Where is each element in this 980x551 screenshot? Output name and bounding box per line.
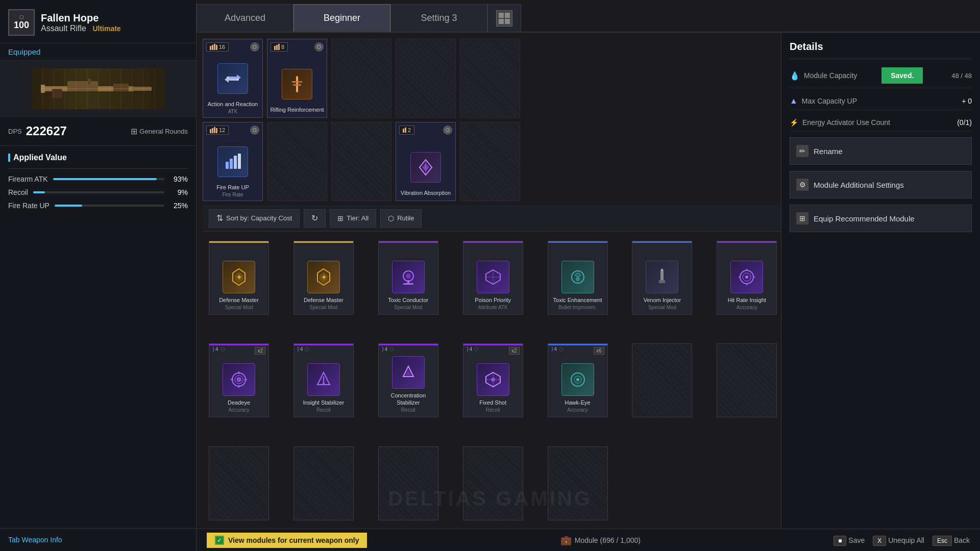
slot-vibration[interactable]: 2 ⬡ Vibration Absorption [396,122,456,201]
mod-toxic-enhancement[interactable]: Toxic Enhancement Bullet Improvem. [548,241,608,315]
max-capacity-icon: ▲ [790,96,798,106]
link-icon: ⬡ [314,42,324,52]
mod-deadeye[interactable]: ⟩4 ⬡ x2 [209,343,269,417]
material-icon: ⬡ [388,214,394,222]
module-icon-bg [282,69,312,99]
capacity-badge: 12 [206,126,229,135]
mod-name: Poison Priority [473,296,513,304]
dps-row: DPS 222627 ⊞ General Rounds [0,117,196,146]
svg-point-29 [406,273,411,279]
tier-filter[interactable]: ⊞ Tier: All [330,209,376,228]
mod-toxic-conductor[interactable]: Toxic Conductor Special Mod [378,241,438,315]
mod-icon [477,261,509,293]
link-icon-small: ⬡ [559,346,564,352]
tier-badge: ⟩4 ⬡ [551,346,564,353]
svg-rect-3 [52,89,62,98]
mod-name: Toxic Conductor [386,296,430,304]
module-icon-bg [217,146,248,177]
weapon-info-tab[interactable]: Tab Weapon Info [0,528,196,551]
link-icon-small: ⬡ [389,346,394,352]
module-count-icon: 💼 [560,535,572,546]
details-title: Details [790,41,972,59]
weapon-image-area [0,61,196,117]
svg-rect-13 [292,81,302,83]
capacity-badge: 2 [399,126,414,135]
applied-value-section: Applied Value Firearm ATK 93% Recoil 9% … [0,146,196,528]
tabs-bar: Advanced Beginner Setting 3 [197,0,980,33]
mod-type: Special Mod [225,305,253,310]
view-modules-checkbox[interactable]: ✓ View modules for current weapon only [207,533,367,548]
slot-empty-r1c4[interactable] [396,39,456,118]
mod-row3-2[interactable] [293,446,354,520]
mod-fixed-shot[interactable]: ⟩4 ⬡ x2 Fixed Shot [463,343,523,417]
slot-type: ATK [228,109,238,114]
bottom-bar: ✓ View modules for current weapon only 💼… [197,529,980,551]
mod-icon [392,261,425,293]
dps-label: DPS [8,128,22,135]
mod-defense-master-1[interactable]: ✦ Defense Master Special Mod [209,241,269,315]
mod-type: Attribute ATK [478,305,508,310]
mod-icon: ✦ [223,261,255,293]
rounds-info: ⊞ General Rounds [131,127,188,136]
equip-icon: ⊞ [796,212,808,224]
saved-button[interactable]: Saved. [881,67,923,84]
rename-button[interactable]: ✏ Rename [790,137,972,165]
equip-recommended-button[interactable]: ⊞ Equip Recommended Module [790,205,972,232]
mod-venom-injector[interactable]: Venom Injector Special Mod [632,241,692,315]
tab-grid[interactable] [487,4,521,32]
slot-firerate[interactable]: 12 ⬡ Fire Rate UP [203,122,263,201]
slot-empty-r2c3[interactable] [331,122,391,201]
svg-point-36 [576,277,580,281]
svg-text:✦: ✦ [320,273,327,282]
save-key: ■ [834,536,846,546]
settings-icon: ⚙ [796,179,808,191]
tier-badge: ⟩4 ⬡ [467,346,479,353]
module-settings-button[interactable]: ⚙ Module Additional Settings [790,171,972,198]
mod-concentration-stabilizer[interactable]: ⟩4 ⬡ Concentration Stabilizer Recoil [378,343,438,417]
material-filter[interactable]: ⬡ Rutile [380,209,422,228]
energy-row: ⚡ Energy Activator Use Count (0/1) [790,114,972,131]
slot-empty-r1c3[interactable] [331,39,391,118]
mod-hit-rate-insight[interactable]: Hit Rate Insight Accuracy [717,241,777,315]
mod-name: Toxic Enhancement [551,296,604,304]
link-icon: ⬡ [250,126,259,135]
svg-rect-31 [403,283,413,285]
tab-beginner[interactable]: Beginner [293,4,390,32]
slot-empty-r2c5[interactable] [460,122,520,201]
mod-defense-master-2[interactable]: ✦ Defense Master Special Mod [293,241,354,315]
mod-insight-stabilizer[interactable]: ⟩4 ⬡ Insight Stabilizer Recoil [293,343,354,417]
slot-action-reaction[interactable]: 16 ⬡ Act [203,39,263,118]
mod-hawk-eye[interactable]: ⟩4 ⬡ x6 Hawk-Eye Accuracy [548,343,608,417]
svg-rect-1 [67,81,98,91]
mod-row3-1[interactable] [209,446,269,520]
mod-poison-priority[interactable]: Poison Priority Attribute ATK [463,241,523,315]
mod-type: Special Mod [394,305,422,310]
mod-name: Hawk-Eye [562,399,592,406]
refresh-icon: ↻ [311,213,318,223]
weapon-level: 100 [14,20,29,31]
sort-icon: ⇅ [216,213,223,223]
mod-icon [561,363,594,396]
mod-row3-5[interactable] [548,446,608,520]
main-area: Advanced Beginner Setting 3 [197,0,980,551]
mod-icon [223,363,255,396]
slot-empty-r2c2[interactable] [267,122,327,201]
mod-empty-1[interactable] [632,343,692,417]
mod-row3-4[interactable] [463,446,523,520]
slot-rifling[interactable]: 8 ⬡ Rifling Reinforcement [267,39,327,118]
tier-badge: ⟩4 ⬡ [382,346,395,353]
rename-icon: ✏ [796,145,808,157]
mod-empty-2[interactable] [717,343,777,417]
mod-row3-3[interactable] [378,446,438,520]
sort-button[interactable]: ⇅ Sort by: Capacity Cost [209,209,300,228]
svg-rect-37 [660,270,664,281]
slot-name: Fire Rate UP [214,184,251,191]
link-icon-small: ⬡ [474,346,479,352]
refresh-button[interactable]: ↻ [304,209,326,228]
slot-empty-r1c5[interactable] [460,39,520,118]
tab-setting3[interactable]: Setting 3 [390,4,487,32]
equipped-badge: Equipped [0,43,196,61]
tab-advanced[interactable]: Advanced [197,4,293,32]
tier-icon: ⊞ [337,214,344,222]
mod-type: Recoil [486,407,500,413]
